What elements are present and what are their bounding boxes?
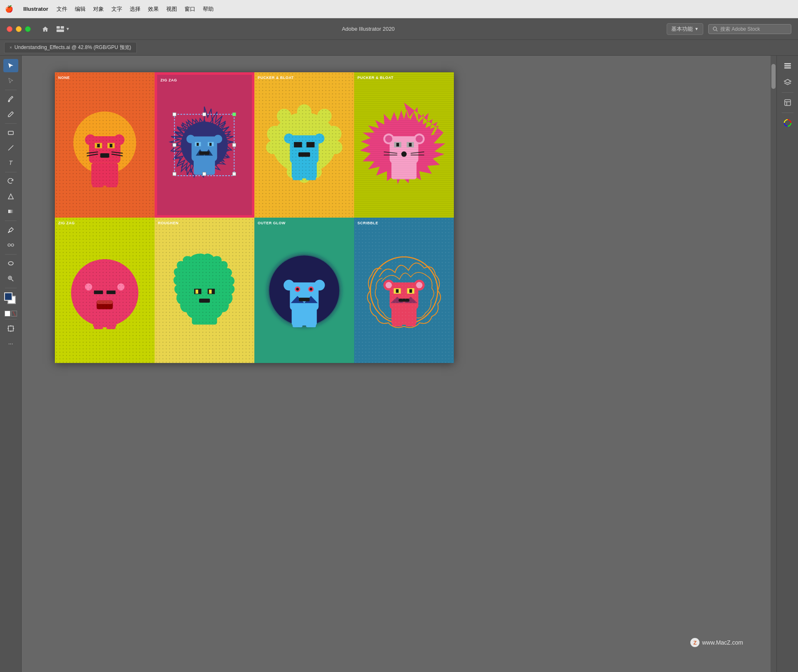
shape-builder-button[interactable]	[3, 190, 18, 203]
color-panel-button[interactable]	[780, 116, 795, 130]
search-icon	[713, 27, 718, 32]
menu-view[interactable]: 视图	[166, 5, 177, 13]
vertical-scrollbar[interactable]	[771, 56, 776, 672]
svg-rect-0	[57, 26, 60, 29]
stock-search[interactable]	[708, 24, 791, 34]
menu-window[interactable]: 窗口	[185, 5, 195, 13]
svg-point-24	[85, 134, 96, 145]
minimize-button[interactable]	[16, 26, 22, 32]
app-layout: T ╲	[0, 56, 798, 672]
tab-close-icon[interactable]: ×	[10, 45, 12, 50]
menu-effect[interactable]: 效果	[148, 5, 159, 13]
lasso-tool-button[interactable]	[3, 257, 18, 270]
fill-color-box[interactable]	[4, 292, 12, 301]
cell-label-none: NONE	[58, 76, 70, 80]
svg-rect-148	[784, 65, 791, 66]
pen-tool-button[interactable]	[3, 93, 18, 106]
rectangle-tool-button[interactable]	[3, 126, 18, 140]
menu-file[interactable]: 文件	[57, 5, 67, 13]
svg-line-7	[8, 145, 13, 150]
lion-illustration-roughen	[160, 225, 249, 356]
svg-rect-139	[396, 289, 399, 293]
svg-point-100	[117, 283, 124, 290]
svg-line-13	[11, 280, 13, 282]
type-tool-button[interactable]: T	[3, 156, 18, 169]
direct-selection-tool-button[interactable]	[3, 74, 18, 87]
close-button[interactable]	[7, 26, 12, 32]
gradient-tool-button[interactable]	[3, 205, 18, 218]
svg-point-71	[284, 133, 294, 143]
svg-point-72	[315, 133, 325, 143]
more-tools-button[interactable]: ···	[3, 337, 18, 350]
lion-illustration-scribble	[359, 225, 449, 356]
home-icon[interactable]	[39, 23, 52, 35]
cell-label-zigzag: ZIG ZAG	[160, 78, 177, 82]
menu-help[interactable]: 帮助	[203, 5, 214, 13]
lion-cell-pucker1: PUCKER & BLOAT	[254, 72, 354, 218]
lion-cell-zigzag-selected: ZIG ZAG	[155, 72, 254, 218]
menu-select[interactable]: 选择	[130, 5, 140, 13]
svg-point-64	[277, 109, 291, 123]
menu-edit[interactable]: 编辑	[75, 5, 86, 13]
svg-rect-150	[785, 100, 791, 105]
color-selector[interactable]	[4, 292, 17, 306]
cell-label-scribble: SCRIBBLE	[357, 221, 378, 225]
menu-object[interactable]: 对象	[93, 5, 104, 13]
svg-point-109	[184, 280, 195, 290]
svg-point-124	[310, 288, 312, 290]
layout-chevron-icon: ▼	[66, 27, 70, 31]
layout-button[interactable]: ▼	[57, 26, 70, 32]
lion-cell-roughen: ROUGHEN	[155, 218, 254, 363]
apple-logo-icon[interactable]: 🍎	[5, 5, 13, 13]
svg-point-99	[85, 283, 92, 290]
lion-cell-none: NONE	[55, 72, 155, 218]
svg-point-120	[314, 280, 325, 290]
libraries-panel-button[interactable]	[780, 96, 795, 109]
svg-rect-78	[306, 174, 316, 180]
properties-panel-button[interactable]	[780, 59, 795, 72]
svg-rect-115	[199, 298, 210, 302]
workspace-button[interactable]: 基本功能 ▼	[667, 23, 703, 35]
svg-rect-39	[192, 136, 217, 161]
svg-point-119	[283, 280, 294, 290]
search-input[interactable]	[720, 26, 778, 32]
maximize-button[interactable]	[25, 26, 31, 32]
svg-rect-70	[290, 135, 318, 163]
scrollbar-thumb[interactable]	[771, 64, 776, 89]
lion-illustration-none	[60, 80, 150, 211]
svg-point-41	[214, 135, 223, 143]
menu-text[interactable]: 文字	[111, 5, 122, 13]
color-swap-area: ╲	[5, 311, 17, 316]
svg-point-63	[329, 140, 342, 154]
lion-cell-scribble: SCRIBBLE	[354, 218, 454, 363]
cell-label-outer-glow: OUTER GLOW	[258, 221, 286, 225]
svg-rect-106	[94, 324, 103, 329]
document-tab[interactable]: × Understanding_Effects.ai @ 42.8% (RGB/…	[4, 42, 137, 53]
cell-label-pucker2: PUCKER & BLOAT	[357, 76, 394, 80]
svg-point-25	[114, 134, 125, 145]
watermark-z-icon: Z	[690, 638, 699, 647]
svg-line-4	[717, 30, 718, 31]
title-bar: ▼ Adobe Illustrator 2020 基本功能 ▼	[0, 18, 798, 40]
artboard-tool-button[interactable]	[3, 322, 18, 335]
svg-rect-140	[409, 289, 412, 293]
lion-illustration-zigzag	[162, 82, 247, 208]
blend-tool-button[interactable]	[3, 238, 18, 252]
eyedropper-tool-button[interactable]	[3, 223, 18, 237]
svg-point-5	[8, 101, 10, 102]
zoom-tool-button[interactable]	[3, 272, 18, 285]
stroke-none-box[interactable]: ╲	[11, 311, 17, 316]
selection-tool-button[interactable]	[3, 59, 18, 72]
svg-point-11	[11, 244, 14, 246]
cell-label-roughen: ROUGHEN	[158, 221, 179, 225]
pencil-tool-button[interactable]	[3, 108, 18, 121]
svg-rect-87	[397, 143, 399, 147]
line-tool-button[interactable]	[3, 141, 18, 155]
svg-rect-9	[8, 210, 13, 213]
lion-cell-outer-glow: OUTER GLOW	[254, 218, 354, 363]
svg-rect-104	[97, 300, 113, 304]
rotate-tool-button[interactable]	[3, 175, 18, 188]
fill-white-box[interactable]	[5, 311, 10, 316]
svg-point-83	[385, 135, 392, 142]
layers-panel-button[interactable]	[780, 76, 795, 89]
